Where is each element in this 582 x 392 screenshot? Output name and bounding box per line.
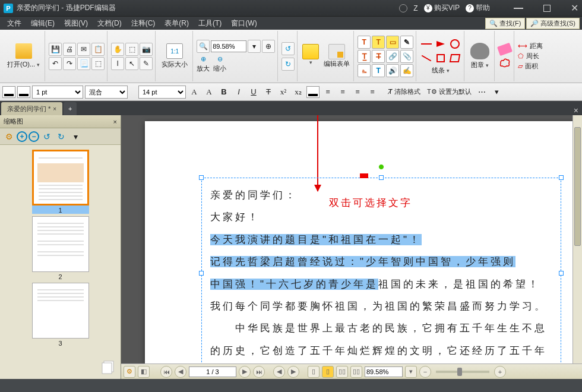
- resize-handle[interactable]: [199, 175, 204, 180]
- link-tool[interactable]: 🔗: [386, 50, 399, 63]
- font-size-select[interactable]: 14 pt: [138, 86, 186, 99]
- menu-view[interactable]: 视图(V): [59, 17, 93, 30]
- thumbnail-2[interactable]: 2: [32, 216, 89, 280]
- area-tool[interactable]: ▱面积: [518, 62, 543, 71]
- edit-tool[interactable]: ✎: [140, 57, 153, 70]
- redo-button[interactable]: ↷: [63, 57, 76, 70]
- attach-tool[interactable]: 📎: [400, 50, 413, 63]
- stamp-button[interactable]: 图章 ▾: [468, 42, 492, 71]
- cloud-tool-icon[interactable]: [499, 56, 511, 68]
- zoom-dropdown-status[interactable]: ▾: [405, 366, 417, 378]
- highlight-button[interactable]: ▾: [301, 43, 320, 69]
- thumb-menu[interactable]: ▾: [69, 130, 82, 143]
- vertical-scrollbar[interactable]: [572, 115, 582, 363]
- rotate-left-button[interactable]: ↺: [281, 42, 295, 55]
- note-tool[interactable]: ▭: [386, 36, 399, 49]
- strike-button[interactable]: T: [262, 86, 275, 99]
- align-left[interactable]: ≡: [321, 86, 334, 99]
- align-center[interactable]: ≡: [336, 86, 349, 99]
- fill-color[interactable]: [17, 86, 30, 98]
- align-right[interactable]: ≡: [351, 86, 364, 99]
- bold-button[interactable]: B: [217, 86, 230, 99]
- highlight-tool[interactable]: T: [372, 36, 385, 49]
- blend-select[interactable]: 混合: [85, 86, 128, 99]
- font-smaller[interactable]: A: [188, 86, 201, 99]
- align-justify[interactable]: ≡: [366, 86, 379, 99]
- pencil-tool[interactable]: ✎: [400, 36, 413, 49]
- advanced-find-button[interactable]: 🔎高级查找(S): [526, 18, 580, 29]
- slider-thumb[interactable]: [457, 368, 462, 376]
- edit-form-button[interactable]: 编辑表单: [322, 43, 351, 69]
- polygon-tool[interactable]: [448, 52, 461, 65]
- perimeter-tool[interactable]: ⬠周长: [518, 52, 543, 61]
- print-button[interactable]: 🖨: [63, 43, 76, 56]
- hand-tool[interactable]: ✋: [111, 43, 124, 56]
- status-settings[interactable]: ⚙: [124, 366, 135, 378]
- text-select-tool[interactable]: I: [111, 57, 124, 70]
- format-dropdown[interactable]: ▾: [491, 86, 504, 99]
- single-page-view[interactable]: ▯: [308, 366, 320, 378]
- document-text[interactable]: 亲爱的同学们： 大家好！ 今天我演讲的题目是"和祖国在一起"！ 记得先哲梁启超曾…: [210, 184, 552, 362]
- text-marker[interactable]: T̲: [358, 50, 371, 63]
- connector-tool[interactable]: [420, 52, 433, 65]
- save-button[interactable]: 💾: [49, 43, 62, 56]
- cursor-tool[interactable]: ↖: [125, 57, 138, 70]
- thumb-rotate-left[interactable]: ↺: [40, 130, 53, 143]
- thumb-zoom-out[interactable]: −: [29, 131, 39, 142]
- rotate-handle[interactable]: [378, 164, 384, 170]
- clipboard-button[interactable]: 📋: [91, 43, 105, 56]
- menu-file[interactable]: 文件: [2, 17, 26, 30]
- thumbnail-3[interactable]: 3: [32, 283, 89, 347]
- select-tool[interactable]: ⬚: [125, 43, 138, 56]
- user-label[interactable]: Z: [413, 4, 417, 12]
- menu-window[interactable]: 窗口(W): [226, 17, 261, 30]
- text-edit-box[interactable]: 亲爱的同学们： 大家好！ 今天我演讲的题目是"和祖国在一起"！ 记得先哲梁启超曾…: [201, 178, 561, 363]
- minimize-button[interactable]: [514, 8, 523, 9]
- thumb-rotate-right[interactable]: ↻: [55, 130, 68, 143]
- zoom-out-status[interactable]: −: [419, 366, 431, 378]
- resize-handle[interactable]: [559, 175, 564, 180]
- zoom-slider[interactable]: [436, 371, 489, 373]
- lines-label[interactable]: 线条: [432, 67, 445, 74]
- distance-tool[interactable]: ⟷距离: [518, 42, 543, 50]
- subscript-button[interactable]: x₂: [292, 86, 305, 99]
- scan-button[interactable]: 📃: [77, 57, 90, 70]
- tab-add[interactable]: +: [64, 102, 77, 115]
- prev-page-button[interactable]: ◀: [175, 366, 186, 378]
- line-width-select[interactable]: 1 pt: [32, 86, 83, 99]
- tabbar-close[interactable]: ×: [570, 106, 582, 115]
- resize-handle[interactable]: [199, 271, 204, 276]
- stroke-color[interactable]: [2, 86, 15, 98]
- resize-handle[interactable]: [379, 175, 384, 180]
- email-button[interactable]: ✉: [77, 43, 90, 56]
- status-zoom-field[interactable]: [365, 366, 403, 377]
- globe-icon[interactable]: [399, 4, 407, 12]
- last-page-button[interactable]: ⏭: [253, 366, 265, 378]
- strikethrough-tool[interactable]: T̶: [372, 50, 385, 63]
- more-format[interactable]: ⋯: [476, 86, 489, 99]
- delete-handle[interactable]: [360, 173, 368, 178]
- two-continuous-view[interactable]: ▯▯: [350, 366, 362, 378]
- menu-document[interactable]: 文档(D): [93, 17, 126, 30]
- zoom-plus[interactable]: ⊕: [262, 40, 275, 53]
- first-page-button[interactable]: ⏮: [160, 366, 172, 378]
- maximize-button[interactable]: [543, 5, 551, 12]
- zoom-in-status[interactable]: +: [494, 366, 506, 378]
- resize-handle[interactable]: [559, 271, 564, 276]
- text-annot-tool[interactable]: T: [372, 64, 385, 77]
- zoom-input[interactable]: [211, 40, 246, 52]
- close-button[interactable]: ✕: [571, 4, 578, 13]
- actual-size-button[interactable]: 1:1 实际大小: [159, 42, 190, 70]
- text-color[interactable]: [306, 86, 320, 98]
- thumb-settings[interactable]: ⚙: [2, 130, 15, 143]
- rotate-right-button[interactable]: ↻: [281, 58, 295, 71]
- clear-format-button[interactable]: T̸清除格式: [386, 87, 423, 96]
- menu-comment[interactable]: 注释(C): [126, 17, 160, 30]
- thumbnail-1[interactable]: 1: [32, 150, 89, 214]
- underline-tool[interactable]: ⎁: [358, 64, 371, 77]
- thumb-zoom-in[interactable]: +: [17, 131, 27, 142]
- sign-tool[interactable]: ✍: [400, 64, 413, 77]
- page-field[interactable]: [189, 366, 236, 377]
- help-button[interactable]: ?帮助: [466, 3, 490, 13]
- scroll-thumb[interactable]: [574, 127, 581, 246]
